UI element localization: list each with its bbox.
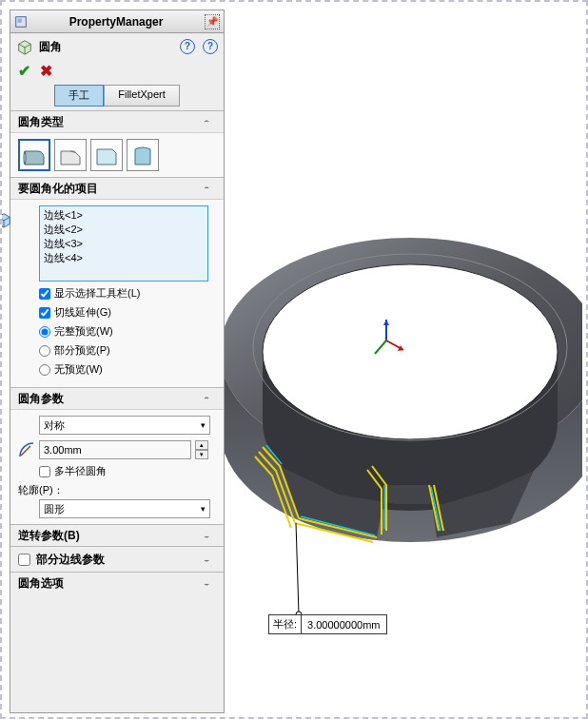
- fillet-type-full[interactable]: [127, 139, 159, 171]
- list-item[interactable]: 边线<2>: [44, 223, 204, 237]
- section-params-header[interactable]: 圆角参数 ⌃: [10, 388, 224, 409]
- profile-label: 轮廓(P)：: [18, 483, 216, 497]
- checkbox-tangent-propagation[interactable]: 切线延伸(G): [39, 305, 216, 320]
- checkbox-input[interactable]: [39, 288, 50, 300]
- svg-line-7: [296, 523, 299, 614]
- tab-manual[interactable]: 手工: [54, 85, 104, 107]
- radius-spinner[interactable]: ▴▾: [195, 440, 208, 459]
- mode-tabs: 手工 FilletXpert: [10, 81, 224, 110]
- svg-point-4: [263, 264, 558, 439]
- svg-rect-1: [18, 18, 22, 22]
- propertymanager-header: PropertyManager 📌: [10, 10, 224, 33]
- tab-filletxpert[interactable]: FilletXpert: [104, 85, 180, 107]
- list-item[interactable]: 边线<3>: [44, 237, 204, 251]
- radio-input[interactable]: [39, 364, 50, 376]
- dropdown-value: 圆形: [44, 502, 65, 516]
- checkbox-input[interactable]: [39, 466, 50, 477]
- section-setback-label: 逆转参数(B): [18, 528, 80, 544]
- chevron-down-icon: ⌃: [203, 580, 216, 587]
- graphics-viewport[interactable]: [225, 10, 582, 713]
- chevron-up-icon: ⌃: [203, 396, 216, 402]
- dropdown-value: 对称: [44, 418, 65, 433]
- symmetry-dropdown[interactable]: 对称 ▾: [39, 416, 210, 435]
- fillet-type-constant[interactable]: [18, 139, 50, 171]
- section-items-header[interactable]: 要圆角化的项目 ⌃: [10, 178, 224, 199]
- pm-icon: [14, 15, 28, 29]
- radio-no-preview[interactable]: 无预览(W): [39, 362, 216, 377]
- checkbox-partial-edge[interactable]: [18, 554, 30, 566]
- radio-full-preview[interactable]: 完整预览(W): [39, 324, 216, 339]
- spin-up[interactable]: ▴: [195, 440, 208, 450]
- section-partial-edge-label: 部分边线参数: [36, 552, 105, 568]
- chevron-down-icon: ⌃: [203, 556, 216, 563]
- selection-list[interactable]: 边线<1> 边线<2> 边线<3> 边线<4>: [39, 205, 208, 282]
- radio-input[interactable]: [39, 326, 50, 338]
- checkbox-show-toolbar[interactable]: 显示选择工具栏(L): [39, 286, 216, 301]
- confirm-row: ✔ ✖: [10, 60, 224, 81]
- section-fillet-type-label: 圆角类型: [18, 114, 64, 130]
- checkbox-multi-radius[interactable]: 多半径圆角: [39, 464, 216, 478]
- chevron-down-icon: ⌃: [203, 533, 216, 539]
- fillet-feature-icon: [16, 38, 33, 55]
- chevron-up-icon: ⌃: [203, 185, 216, 192]
- list-item[interactable]: 边线<1>: [44, 208, 204, 223]
- spin-down[interactable]: ▾: [195, 450, 208, 459]
- svg-point-2: [24, 151, 26, 165]
- ok-button[interactable]: ✔: [18, 62, 30, 80]
- pin-button[interactable]: 📌: [205, 14, 220, 29]
- section-setback-header[interactable]: 逆转参数(B) ⌃: [10, 525, 224, 546]
- radius-input[interactable]: 3.00mm: [39, 440, 191, 459]
- radio-input[interactable]: [39, 345, 50, 357]
- dimension-callout[interactable]: 半径: 3.00000000mm: [268, 614, 387, 634]
- radius-value: 3.00mm: [44, 444, 82, 456]
- section-fillet-options-label: 圆角选项: [18, 575, 64, 592]
- fillet-type-row: [18, 139, 216, 171]
- dimension-label: 半径:: [269, 615, 302, 633]
- edge-select-icon: [0, 211, 12, 228]
- section-params-label: 圆角参数: [18, 391, 64, 407]
- chevron-down-icon: ▾: [201, 504, 206, 514]
- fillet-type-variable[interactable]: [54, 139, 87, 171]
- help-icon-2[interactable]: ?: [203, 39, 218, 54]
- section-fillet-type-header[interactable]: 圆角类型 ⌃: [10, 111, 224, 132]
- checkbox-input[interactable]: [39, 307, 50, 319]
- feature-name: 圆角: [39, 39, 172, 55]
- section-partial-edge-header[interactable]: 部分边线参数 ⌃: [10, 547, 224, 572]
- cancel-button[interactable]: ✖: [40, 62, 52, 80]
- chevron-up-icon: ⌃: [203, 119, 216, 126]
- list-item[interactable]: 边线<4>: [44, 251, 204, 265]
- pm-title: PropertyManager: [31, 15, 201, 29]
- section-items-label: 要圆角化的项目: [18, 181, 98, 197]
- radio-partial-preview[interactable]: 部分预览(P): [39, 343, 216, 358]
- radius-icon: [18, 441, 35, 458]
- section-fillet-options-header[interactable]: 圆角选项 ⌃: [10, 573, 224, 593]
- feature-title-row: 圆角 ? ?: [10, 33, 224, 60]
- chevron-down-icon: ▾: [201, 420, 206, 430]
- help-icon[interactable]: ?: [180, 39, 195, 54]
- profile-dropdown[interactable]: 圆形 ▾: [39, 499, 210, 518]
- fillet-type-face[interactable]: [90, 139, 123, 171]
- dimension-value[interactable]: 3.00000000mm: [302, 617, 385, 632]
